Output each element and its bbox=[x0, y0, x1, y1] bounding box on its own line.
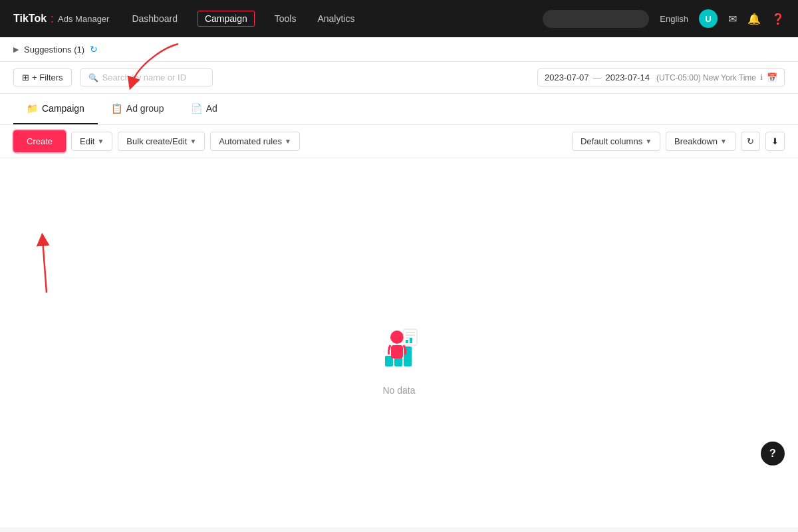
suggestions-bar: ▶ Suggestions (1) ↻ bbox=[0, 37, 798, 62]
default-columns-button[interactable]: Default columns ▼ bbox=[572, 132, 660, 151]
brand-tiktok: TikTok bbox=[13, 13, 47, 25]
nav-dashboard[interactable]: Dashboard bbox=[130, 11, 179, 27]
tab-ad[interactable]: 📄 Ad bbox=[178, 94, 231, 124]
campaign-tab-icon: 📁 bbox=[27, 103, 38, 114]
refresh-icon: ↻ bbox=[747, 136, 754, 146]
tab-campaign-label: Campaign bbox=[42, 103, 84, 114]
bulk-dropdown-icon: ▼ bbox=[190, 138, 196, 145]
nav-tools[interactable]: Tools bbox=[273, 11, 298, 27]
brand-logo: TikTok : Ads Manager bbox=[13, 12, 109, 26]
nav-language[interactable]: English bbox=[660, 14, 688, 24]
default-columns-label: Default columns bbox=[581, 136, 642, 146]
help-fab-button[interactable]: ? bbox=[761, 442, 785, 466]
download-button[interactable]: ⬇ bbox=[765, 132, 785, 151]
date-separator: — bbox=[593, 72, 601, 82]
empty-state-illustration bbox=[369, 317, 429, 377]
svg-rect-11 bbox=[406, 340, 408, 343]
date-start: 2023-07-07 bbox=[545, 72, 589, 82]
nav-campaign[interactable]: Campaign bbox=[198, 11, 255, 27]
breakdown-label: Breakdown bbox=[674, 136, 718, 146]
filters-label: + Filters bbox=[32, 72, 63, 82]
filters-bar: ⊞ + Filters 🔍 Search by name or ID 2023-… bbox=[0, 62, 798, 94]
empty-state: No data bbox=[369, 317, 429, 396]
download-icon: ⬇ bbox=[771, 136, 779, 146]
search-icon: 🔍 bbox=[88, 73, 98, 82]
bell-icon[interactable]: 🔔 bbox=[747, 13, 761, 25]
main-content: No data bbox=[0, 158, 798, 527]
ad-tab-icon: 📄 bbox=[191, 103, 202, 114]
columns-dropdown-icon: ▼ bbox=[645, 138, 652, 145]
suggestions-expand-icon[interactable]: ▶ bbox=[13, 45, 19, 54]
create-button[interactable]: Create bbox=[13, 130, 66, 152]
date-picker[interactable]: 2023-07-07 — 2023-07-14 (UTC-05:00) New … bbox=[537, 68, 785, 86]
date-end: 2023-07-14 bbox=[605, 72, 650, 82]
calendar-icon[interactable]: 📅 bbox=[767, 72, 777, 82]
breakdown-button[interactable]: Breakdown ▼ bbox=[666, 132, 735, 151]
suggestions-refresh-icon[interactable]: ↻ bbox=[90, 44, 98, 55]
bulk-label: Bulk create/Edit bbox=[126, 136, 187, 146]
svg-point-5 bbox=[390, 331, 404, 344]
right-actions: Default columns ▼ Breakdown ▼ ↻ ⬇ bbox=[572, 132, 785, 151]
mail-icon[interactable]: ✉ bbox=[728, 13, 737, 25]
action-bar: Create Edit ▼ Bulk create/Edit ▼ Automat… bbox=[0, 125, 798, 158]
filters-button[interactable]: ⊞ + Filters bbox=[13, 68, 72, 86]
avatar: U bbox=[699, 9, 718, 28]
search-bar[interactable]: 🔍 Search by name or ID bbox=[80, 68, 213, 86]
ad-group-tab-icon: 📋 bbox=[111, 103, 122, 114]
nav-analytics[interactable]: Analytics bbox=[316, 11, 356, 27]
edit-label: Edit bbox=[80, 136, 94, 146]
no-data-label: No data bbox=[382, 385, 415, 396]
help-icon[interactable]: ❓ bbox=[771, 13, 785, 25]
tab-bar: 📁 Campaign 📋 Ad group 📄 Ad bbox=[0, 94, 798, 125]
search-placeholder-text: Search by name or ID bbox=[102, 72, 186, 82]
automated-dropdown-icon: ▼ bbox=[285, 138, 291, 145]
edit-dropdown-icon: ▼ bbox=[97, 138, 104, 145]
help-fab-label: ? bbox=[769, 448, 776, 460]
edit-button[interactable]: Edit ▼ bbox=[71, 132, 112, 151]
tab-ad-group[interactable]: 📋 Ad group bbox=[98, 94, 178, 124]
info-icon: ℹ bbox=[760, 73, 763, 82]
tab-ad-label: Ad bbox=[206, 103, 217, 114]
top-navigation: TikTok : Ads Manager Dashboard Campaign … bbox=[0, 0, 798, 37]
brand-separator: : bbox=[51, 12, 54, 26]
brand-subtitle: Ads Manager bbox=[58, 14, 109, 24]
nav-right: English U ✉ 🔔 ❓ bbox=[543, 9, 785, 28]
suggestions-label: Suggestions (1) bbox=[24, 45, 84, 55]
automated-rules-button[interactable]: Automated rules ▼ bbox=[210, 132, 300, 151]
tab-campaign[interactable]: 📁 Campaign bbox=[13, 94, 98, 124]
date-range: 2023-07-07 — 2023-07-14 (UTC-05:00) New … bbox=[537, 68, 785, 86]
filters-icon: ⊞ bbox=[22, 72, 29, 82]
breakdown-dropdown-icon: ▼ bbox=[720, 138, 727, 145]
svg-rect-12 bbox=[410, 338, 412, 343]
refresh-button[interactable]: ↻ bbox=[741, 132, 760, 151]
bulk-create-edit-button[interactable]: Bulk create/Edit ▼ bbox=[118, 132, 205, 151]
timezone-label: (UTC-05:00) New York Time bbox=[656, 73, 756, 82]
nav-search-input[interactable] bbox=[543, 10, 649, 28]
svg-rect-6 bbox=[391, 345, 403, 358]
tab-ad-group-label: Ad group bbox=[126, 103, 164, 114]
automated-label: Automated rules bbox=[219, 136, 282, 146]
nav-links: Dashboard Campaign Tools Analytics bbox=[130, 11, 521, 27]
